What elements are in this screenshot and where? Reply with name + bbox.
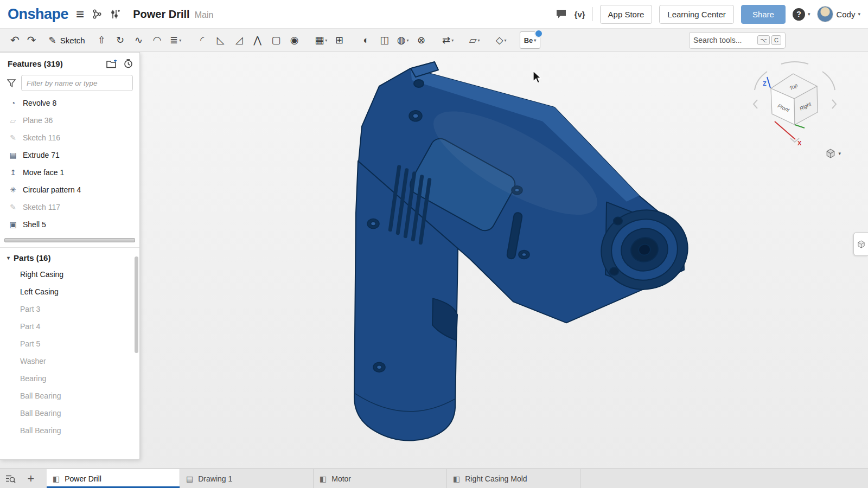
shaded-cube-icon	[826, 149, 835, 158]
app-store-button[interactable]: App Store	[600, 5, 653, 24]
plus-icon: +	[28, 473, 35, 485]
feature-label: Sketch 117	[23, 203, 60, 211]
rollback-bar[interactable]	[4, 238, 135, 242]
part-item[interactable]: Ball Bearing	[0, 422, 139, 439]
help-menu[interactable]: ? ▾	[793, 8, 810, 21]
feature-item[interactable]: ✎ Sketch 116	[0, 129, 139, 146]
feature-item[interactable]: ◔ Revolve 8	[0, 94, 139, 112]
feature-list-header: Features (319)	[0, 53, 139, 70]
feature-item[interactable]: ✎ Sketch 117	[0, 198, 139, 216]
tool-button[interactable]: ⋀	[250, 31, 266, 49]
tool-button[interactable]: ◫	[376, 31, 393, 49]
tool-search-input[interactable]	[693, 36, 756, 44]
history-icon[interactable]	[110, 9, 120, 20]
tool-button[interactable]: ◠	[149, 31, 165, 49]
part-item[interactable]: Ball Bearing	[0, 404, 139, 422]
tool-button[interactable]: ▦ ▾	[313, 31, 329, 49]
new-tab-button[interactable]: +	[21, 469, 41, 488]
part-label: Ball Bearing	[20, 409, 61, 418]
onshape-logo[interactable]: Onshape	[8, 6, 68, 23]
tool-button[interactable]: ⊞	[331, 31, 348, 49]
tool-button[interactable]: ↻	[112, 31, 129, 49]
chevron-down-icon[interactable]: ▾	[179, 38, 181, 43]
feature-item[interactable]: ↥ Move face 1	[0, 164, 139, 181]
part-item[interactable]: Part 5	[0, 335, 139, 352]
document-tab[interactable]: ▤ Drawing 1	[180, 469, 314, 488]
scrollbar-thumb[interactable]	[135, 256, 138, 353]
feature-item[interactable]: ▣ Shell 5	[0, 216, 139, 233]
part-item[interactable]: Part 4	[0, 318, 139, 335]
view-cube[interactable]: Top Front Right Z X	[749, 57, 841, 150]
parts-section-header[interactable]: ▾ Parts (16)	[0, 249, 139, 266]
x-axis	[775, 121, 795, 139]
learning-center-button[interactable]: Learning Center	[659, 5, 734, 24]
feature-list-panel: Features (319) ◔ Revolve 8 ▱	[0, 52, 140, 460]
panel-scrollbar[interactable]	[135, 251, 138, 456]
feature-item[interactable]: ▱ Plane 36	[0, 112, 139, 129]
chevron-down-icon[interactable]: ▾	[7, 255, 10, 261]
featurescript-icon[interactable]: {v}	[575, 10, 585, 19]
tool-button[interactable]: ◇ ▾	[493, 31, 509, 49]
versions-icon[interactable]	[92, 9, 103, 20]
chevron-down-icon[interactable]: ▾	[505, 38, 507, 43]
right-panel-flyout-button[interactable]	[853, 232, 868, 256]
document-tab[interactable]: ◧ Right Casing Mold	[447, 469, 580, 488]
user-menu[interactable]: Cody ▾	[817, 6, 860, 22]
part-studio-icon: ◧	[320, 474, 327, 483]
chevron-down-icon[interactable]: ▾	[534, 38, 536, 43]
undo-button[interactable]: ↶	[10, 34, 20, 47]
avatar[interactable]	[817, 6, 833, 22]
part-item[interactable]: Right Casing	[0, 266, 139, 283]
user-name: Cody	[836, 10, 855, 19]
feature-list: ◔ Revolve 8 ▱ Plane 36 ✎ Sketch 116 ▤ Ex…	[0, 94, 139, 233]
workspace-name[interactable]: Main	[195, 10, 214, 20]
tool-button[interactable]: ⇧	[94, 31, 110, 49]
chevron-down-icon[interactable]: ▾	[478, 38, 480, 43]
document-title[interactable]: Power Drill	[133, 8, 189, 21]
parts-section: ▾ Parts (16) Right Casing Left Casing Pa…	[0, 247, 139, 459]
chevron-down-icon[interactable]: ▾	[451, 38, 454, 43]
sketch-button[interactable]: ✎ Sketch	[49, 35, 85, 46]
part-item[interactable]: Bearing	[0, 370, 139, 387]
thicken-icon: ≣	[170, 34, 178, 46]
help-icon[interactable]: ?	[793, 8, 805, 21]
search-tools-box[interactable]: ⌥ C	[689, 32, 786, 49]
split-icon: ◫	[380, 34, 389, 46]
part-item[interactable]: Left Casing	[0, 283, 139, 300]
feature-filter-input[interactable]	[21, 75, 133, 91]
feature-label: Revolve 8	[23, 99, 56, 107]
tool-button[interactable]: ▢	[268, 31, 284, 49]
tool-button[interactable]: Be ▾	[520, 31, 541, 49]
tool-button[interactable]: ◍ ▾	[395, 31, 411, 49]
feature-item[interactable]: ✳ Circular pattern 4	[0, 181, 139, 198]
tool-button[interactable]: ⇄ ▾	[440, 31, 456, 49]
feature-item[interactable]: ▤ Extrude 71	[0, 146, 139, 164]
share-button[interactable]: Share	[741, 5, 786, 24]
rollback-history-icon[interactable]	[124, 59, 133, 68]
filter-icon[interactable]	[7, 79, 16, 87]
part-item[interactable]: Part 3	[0, 300, 139, 318]
comment-icon[interactable]	[556, 9, 567, 20]
tool-button[interactable]: ≣ ▾	[168, 31, 184, 49]
part-item[interactable]: Ball Bearing	[0, 387, 139, 404]
tool-button[interactable]: ◺	[213, 31, 229, 49]
tool-button[interactable]: ◜	[194, 31, 210, 49]
tab-label: Power Drill	[65, 474, 101, 483]
tool-button[interactable]: ◉	[286, 31, 303, 49]
chevron-down-icon[interactable]: ▾	[406, 38, 409, 43]
hamburger-menu-icon[interactable]: ≡	[76, 7, 84, 21]
tab-manager-button[interactable]	[0, 469, 21, 488]
tool-button[interactable]: ◐	[358, 31, 374, 49]
tool-button[interactable]: ⊗	[413, 31, 430, 49]
document-tab[interactable]: ◧ Power Drill	[47, 469, 180, 488]
tool-button[interactable]: ◿	[231, 31, 247, 49]
display-options-button[interactable]: ▾	[826, 149, 841, 158]
new-folder-icon[interactable]	[106, 60, 117, 68]
tool-button[interactable]: ∿	[131, 31, 147, 49]
tool-button[interactable]: ▱ ▾	[467, 31, 483, 49]
chevron-down-icon[interactable]: ▾	[325, 38, 327, 43]
document-tab[interactable]: ◧ Motor	[314, 469, 447, 488]
part-label: Right Casing	[20, 270, 63, 279]
part-item[interactable]: Washer	[0, 352, 139, 370]
redo-button[interactable]: ↷	[27, 34, 36, 47]
